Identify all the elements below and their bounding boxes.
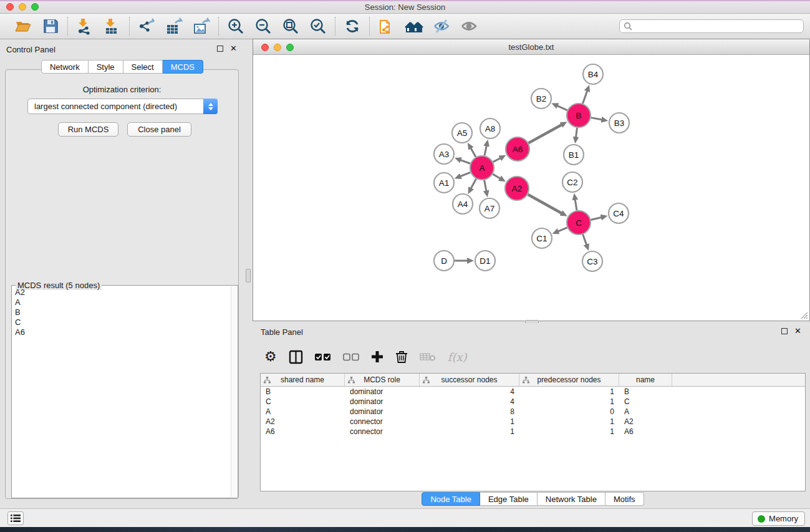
first-neighbors-icon[interactable]	[405, 17, 423, 36]
graph-edge-C-C3[interactable]	[583, 235, 587, 246]
table-cell[interactable]: 1	[519, 397, 619, 407]
show-all-icon[interactable]	[460, 17, 478, 36]
float-panel-icon[interactable]	[217, 46, 223, 52]
graph-node-C1[interactable]: C1	[532, 228, 552, 248]
deselect-all-columns-icon[interactable]	[343, 348, 359, 365]
open-session-icon[interactable]	[14, 17, 32, 36]
import-table-icon[interactable]	[103, 17, 122, 36]
graph-edge-A-A2[interactable]	[493, 174, 501, 179]
table-cell[interactable]: C	[619, 397, 672, 407]
table-row[interactable]: A2connector11A2	[261, 417, 805, 427]
graph-node-B3[interactable]: B3	[609, 113, 629, 133]
graph-node-A5[interactable]: A5	[452, 123, 472, 143]
window-resize-grip[interactable]	[800, 311, 808, 319]
result-list-item[interactable]: A6	[12, 327, 231, 337]
graph-node-A6[interactable]: A6	[506, 137, 529, 161]
zoom-fit-icon[interactable]	[281, 17, 300, 36]
vertical-splitter-handle[interactable]	[246, 269, 251, 283]
graph-node-A3[interactable]: A3	[434, 144, 454, 164]
table-cell[interactable]: 1	[519, 417, 619, 427]
table-cell[interactable]: A2	[619, 417, 672, 427]
table-cell[interactable]: A6	[261, 427, 345, 437]
table-cell[interactable]: C	[261, 397, 345, 407]
criterion-dropdown[interactable]: largest connected component (directed)	[27, 99, 218, 114]
table-cell[interactable]: B	[619, 387, 672, 397]
graph-node-C2[interactable]: C2	[562, 172, 582, 192]
graph-node-C[interactable]: C	[567, 211, 591, 235]
zoom-out-icon[interactable]	[254, 17, 272, 36]
import-network-icon[interactable]	[75, 17, 94, 36]
table-cell[interactable]: dominator	[345, 407, 420, 417]
tab-node-table[interactable]: Node Table	[422, 492, 480, 506]
export-table-icon[interactable]	[165, 17, 183, 36]
table-cell[interactable]: connector	[345, 417, 420, 427]
create-column-icon[interactable]	[371, 348, 383, 365]
graph-node-A[interactable]: A	[470, 156, 494, 180]
task-history-button[interactable]	[7, 511, 24, 525]
graph-edge-A-A6[interactable]	[493, 158, 502, 162]
memory-button[interactable]: Memory	[752, 511, 805, 526]
delete-table-icon[interactable]	[420, 348, 436, 365]
refresh-layout-icon[interactable]	[343, 17, 362, 36]
tab-style[interactable]: Style	[89, 60, 123, 74]
table-cell[interactable]: A	[619, 407, 672, 417]
table-row[interactable]: Adominator80A	[261, 407, 805, 417]
zoom-selected-icon[interactable]	[309, 17, 327, 36]
table-cell[interactable]: A	[261, 407, 345, 417]
graph-edge-A-A1[interactable]	[459, 172, 470, 177]
table-cell[interactable]: 4	[420, 387, 519, 397]
graph-edge-A6-B[interactable]	[529, 124, 563, 143]
network-canvas[interactable]: B4B2BB3B1C2A5A8A6A3AA1A2A4A7CC4C1C3DD1	[254, 56, 809, 320]
table-cell[interactable]: connector	[345, 427, 420, 437]
graph-node-A2[interactable]: A2	[505, 177, 529, 200]
graph-edge-B-B2[interactable]	[556, 105, 567, 110]
result-list-item[interactable]: C	[12, 317, 231, 327]
table-cell[interactable]: 4	[420, 397, 519, 407]
table-row[interactable]: A6connector11A6	[261, 427, 805, 437]
graph-edge-B-B1[interactable]	[576, 128, 577, 138]
column-header-predecessor-nodes[interactable]: predecessor nodes	[519, 374, 619, 386]
column-header-name[interactable]: name	[619, 374, 672, 386]
search-field[interactable]	[619, 19, 804, 33]
graph-node-B4[interactable]: B4	[583, 64, 603, 84]
close-panel-button[interactable]: Close panel	[127, 122, 191, 137]
graph-edge-A-A3[interactable]	[459, 160, 470, 163]
result-scrollbar[interactable]	[231, 286, 237, 497]
table-cell[interactable]: 1	[420, 417, 519, 427]
result-list-item[interactable]: A	[12, 297, 231, 307]
run-mcds-button[interactable]: Run MCDS	[58, 122, 118, 137]
result-list-item[interactable]: A2	[12, 288, 231, 297]
graph-node-D[interactable]: D	[434, 251, 454, 271]
graph-edge-A-A7[interactable]	[485, 180, 487, 193]
tab-network-table[interactable]: Network Table	[538, 492, 605, 506]
table-cell[interactable]: 1	[519, 387, 619, 397]
tab-select[interactable]: Select	[123, 60, 163, 74]
table-cell[interactable]: B	[261, 387, 345, 397]
table-close-panel-icon[interactable]: ✕	[794, 327, 801, 335]
close-panel-icon[interactable]: ✕	[230, 45, 237, 52]
graph-node-A4[interactable]: A4	[453, 194, 473, 214]
show-columns-icon[interactable]	[289, 348, 303, 365]
table-options-icon[interactable]: ⚙	[264, 348, 277, 365]
graph-node-A8[interactable]: A8	[480, 118, 500, 138]
graph-edge-A-A4[interactable]	[470, 179, 476, 190]
graph-edge-B-B4[interactable]	[583, 90, 588, 104]
graph-node-C3[interactable]: C3	[582, 251, 602, 271]
export-network-icon[interactable]	[137, 17, 156, 36]
table-row[interactable]: Bdominator41B	[261, 387, 805, 397]
function-builder-icon[interactable]: f(x)	[448, 348, 467, 365]
table-float-panel-icon[interactable]	[781, 328, 788, 334]
table-cell[interactable]: dominator	[345, 397, 420, 407]
result-list-item[interactable]: B	[12, 307, 231, 317]
graph-edge-C-C1[interactable]	[557, 228, 567, 232]
graph-node-B2[interactable]: B2	[531, 89, 551, 109]
export-image-icon[interactable]	[192, 17, 211, 36]
graph-node-A1[interactable]: A1	[434, 173, 454, 193]
tab-network[interactable]: Network	[41, 60, 89, 74]
tab-mcds[interactable]: MCDS	[163, 60, 203, 74]
table-cell[interactable]: A6	[619, 427, 672, 437]
graph-edge-A-A8[interactable]	[485, 144, 487, 155]
column-header-shared-name[interactable]: shared name	[261, 374, 345, 386]
graph-edge-A-A5[interactable]	[470, 147, 476, 157]
graph-node-A7[interactable]: A7	[480, 198, 499, 218]
